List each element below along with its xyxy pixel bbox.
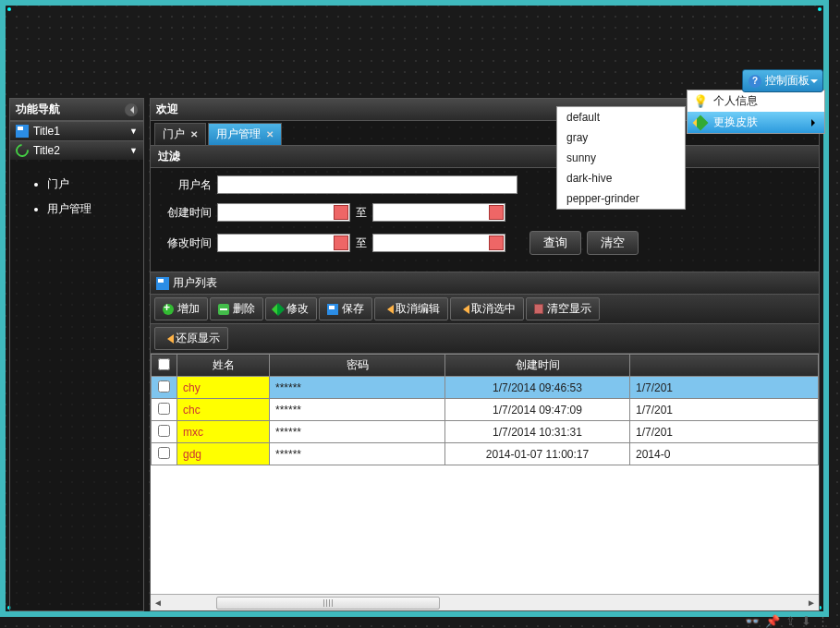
control-panel-button[interactable]: ? 控制面板: [742, 69, 823, 92]
scroll-left-icon[interactable]: ◄: [151, 598, 165, 608]
tab-usermgmt[interactable]: 用户管理 ✕: [208, 123, 282, 145]
to-label: 至: [356, 236, 367, 251]
cell-name: chc: [177, 399, 270, 421]
username-input[interactable]: [217, 175, 517, 194]
accordion-item-1[interactable]: Title1 ▼: [10, 121, 143, 140]
created-to-input[interactable]: [372, 203, 505, 222]
skin-option[interactable]: sunny: [557, 148, 685, 168]
sidebar-header: 功能导航: [10, 99, 143, 121]
col-created[interactable]: 创建时间: [445, 355, 630, 377]
table-row[interactable]: mxc******1/7/2014 10:31:311/7/201: [152, 421, 819, 443]
calendar-icon[interactable]: [334, 205, 348, 220]
skin-option[interactable]: pepper-grinder: [557, 188, 685, 209]
skin-option[interactable]: dark-hive: [557, 168, 685, 188]
tree-item-usermgmt[interactable]: 用户管理: [47, 201, 143, 217]
control-panel-menu: 💡 个人信息 更换皮肤: [687, 90, 825, 134]
cancel-edit-button[interactable]: 取消编辑: [374, 297, 448, 320]
list-toolbar-2: 还原显示: [151, 324, 819, 354]
minus-icon: [218, 304, 229, 315]
close-icon[interactable]: ✕: [266, 129, 274, 139]
menu-item-profile[interactable]: 💡 个人信息: [688, 91, 824, 112]
accordion-label: Title1: [33, 125, 60, 138]
pencil-icon: [272, 302, 285, 315]
accordion-label: Title2: [33, 144, 60, 157]
to-label: 至: [356, 205, 367, 221]
skin-option[interactable]: gray: [557, 127, 685, 148]
table-row[interactable]: chy******1/7/2014 09:46:531/7/201: [152, 377, 819, 399]
list-title: 用户列表: [173, 275, 217, 291]
created-from-input[interactable]: [217, 203, 350, 222]
tree-item-portal[interactable]: 门户: [47, 176, 143, 192]
cancel-select-button[interactable]: 取消选中: [450, 297, 524, 320]
tab-portal[interactable]: 门户 ✕: [154, 123, 206, 145]
pencil-icon: [693, 115, 708, 130]
delete-button[interactable]: 删除: [210, 297, 263, 320]
cell-created: 1/7/2014 09:47:09: [445, 399, 630, 421]
user-table: 姓名 密码 创建时间 chy******1/7/2014 09:46:531/7…: [151, 354, 819, 465]
edit-button[interactable]: 修改: [265, 297, 317, 320]
menu-item-skin[interactable]: 更换皮肤: [688, 112, 824, 133]
undo-icon: [163, 334, 174, 344]
restore-button[interactable]: 还原显示: [154, 327, 228, 350]
scroll-track[interactable]: [165, 597, 804, 610]
clear-button[interactable]: 清空: [587, 231, 639, 255]
menu-item-label: 个人信息: [713, 93, 758, 109]
save-button[interactable]: 保存: [319, 297, 372, 320]
tab-label: 门户: [163, 127, 185, 142]
nav-tree: 门户 用户管理: [10, 160, 143, 226]
cell-created: 2014-01-07 11:00:17: [445, 443, 630, 465]
scroll-right-icon[interactable]: ►: [804, 598, 819, 608]
cell-created: 1/7/2014 10:31:31: [445, 421, 630, 443]
scroll-thumb[interactable]: [216, 597, 440, 610]
calendar-icon[interactable]: [489, 205, 504, 220]
grid-wrap: 姓名 密码 创建时间 chy******1/7/2014 09:46:531/7…: [151, 354, 819, 610]
cell-modified: 2014-0: [630, 443, 819, 465]
clear-display-button[interactable]: 清空显示: [526, 297, 600, 320]
row-checkbox[interactable]: [158, 447, 170, 459]
tab-label: 用户管理: [216, 127, 261, 142]
bulb-icon: 💡: [693, 94, 708, 109]
pin-icon[interactable]: 📌: [765, 614, 780, 628]
calendar-icon[interactable]: [489, 236, 504, 250]
main-panel: 欢迎 门户 ✕ 用户管理 ✕ 过滤 用户名 创建时间 至: [150, 98, 820, 611]
trash-icon: [534, 304, 543, 314]
calendar-icon[interactable]: [334, 236, 348, 250]
col-pwd[interactable]: 密码: [270, 355, 445, 377]
cell-name: gdg: [177, 443, 270, 465]
bottom-toolbar: 👓 📌 ⇪ ⬇ ⋮: [745, 613, 829, 628]
skin-submenu: default gray sunny dark-hive pepper-grin…: [556, 106, 686, 210]
modified-to-input[interactable]: [372, 234, 505, 252]
disk-icon: [16, 125, 29, 138]
table-row[interactable]: chc******1/7/2014 09:47:091/7/201: [152, 399, 819, 421]
filter-body: 用户名 创建时间 至 修改时间 至 查询 清空: [151, 168, 819, 272]
add-button[interactable]: 增加: [154, 297, 208, 320]
disk-icon: [327, 304, 338, 315]
col-name[interactable]: 姓名: [177, 355, 270, 377]
modified-from-input[interactable]: [217, 234, 350, 252]
search-button[interactable]: 查询: [530, 231, 581, 255]
glasses-icon[interactable]: 👓: [745, 614, 760, 628]
accordion-item-2[interactable]: Title2 ▼: [10, 140, 143, 160]
cell-name: chy: [177, 377, 270, 399]
row-checkbox[interactable]: [158, 403, 170, 415]
row-checkbox[interactable]: [158, 425, 170, 437]
horizontal-scrollbar[interactable]: ◄ ►: [151, 594, 819, 610]
collapse-icon[interactable]: [125, 103, 138, 116]
download-icon[interactable]: ⬇: [801, 614, 811, 628]
table-row[interactable]: gdg******2014-01-07 11:00:172014-0: [152, 443, 819, 465]
undo-icon: [458, 305, 469, 314]
cell-name: mxc: [177, 421, 270, 443]
cell-pwd: ******: [270, 421, 445, 443]
skin-option[interactable]: default: [557, 107, 685, 127]
col-modified[interactable]: [630, 355, 819, 377]
modified-label: 修改时间: [160, 236, 212, 251]
list-header: 用户列表: [151, 272, 819, 295]
close-icon[interactable]: ✕: [190, 129, 198, 139]
more-icon[interactable]: ⋮: [817, 614, 829, 628]
control-panel-label: 控制面板: [765, 73, 810, 89]
row-checkbox[interactable]: [158, 380, 170, 392]
col-checkbox[interactable]: [152, 355, 177, 377]
cell-modified: 1/7/201: [630, 399, 819, 421]
share-icon[interactable]: ⇪: [785, 614, 796, 628]
chevron-down-icon: ▼: [129, 127, 138, 136]
